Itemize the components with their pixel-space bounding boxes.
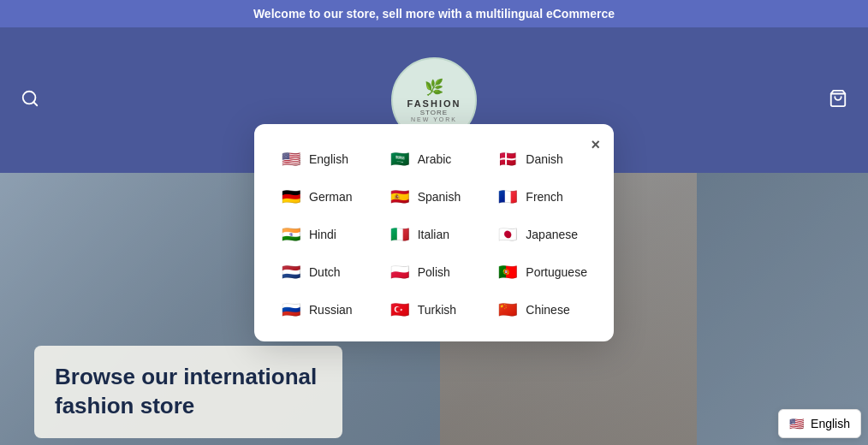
russian-label: Russian [309,303,353,317]
chinese-label: Chinese [526,303,569,317]
french-label: French [526,190,563,204]
arabic-flag-icon: 🇸🇦 [389,148,411,170]
dutch-flag-icon: 🇳🇱 [280,261,302,283]
portuguese-label: Portuguese [526,265,587,279]
danish-label: Danish [526,152,563,166]
english-flag-icon: 🇺🇸 [280,148,302,170]
dutch-label: Dutch [309,265,341,279]
danish-flag-icon: 🇩🇰 [496,148,519,170]
spanish-flag-icon: 🇪🇸 [389,186,411,208]
chinese-flag-icon: 🇨🇳 [496,299,519,321]
language-item-dutch[interactable]: 🇳🇱Dutch [275,258,377,287]
italian-flag-icon: 🇮🇹 [389,223,411,246]
language-item-french[interactable]: 🇫🇷French [491,182,593,211]
language-modal: × 🇺🇸English🇸🇦Arabic🇩🇰Danish🇩🇪German🇪🇸Spa… [254,124,614,341]
language-item-italian[interactable]: 🇮🇹Italian [383,220,485,249]
polish-flag-icon: 🇵🇱 [389,261,411,283]
language-item-german[interactable]: 🇩🇪German [275,182,377,211]
language-item-arabic[interactable]: 🇸🇦Arabic [383,145,485,174]
language-item-chinese[interactable]: 🇨🇳Chinese [491,295,593,324]
language-grid: 🇺🇸English🇸🇦Arabic🇩🇰Danish🇩🇪German🇪🇸Spani… [275,145,593,324]
language-item-japanese[interactable]: 🇯🇵Japanese [491,220,593,249]
language-item-spanish[interactable]: 🇪🇸Spanish [383,182,485,211]
modal-close-button[interactable]: × [591,136,600,154]
modal-overlay: × 🇺🇸English🇸🇦Arabic🇩🇰Danish🇩🇪German🇪🇸Spa… [0,0,868,445]
language-item-english[interactable]: 🇺🇸English [275,145,377,174]
polish-label: Polish [418,265,450,279]
english-label: English [309,152,348,166]
portuguese-flag-icon: 🇵🇹 [496,261,519,283]
language-item-polish[interactable]: 🇵🇱Polish [383,258,485,287]
turkish-label: Turkish [418,303,456,317]
language-item-portuguese[interactable]: 🇵🇹Portuguese [491,258,593,287]
language-item-turkish[interactable]: 🇹🇷Turkish [383,295,485,324]
japanese-label: Japanese [526,228,578,241]
turkish-flag-icon: 🇹🇷 [389,299,411,321]
spanish-label: Spanish [418,190,461,204]
language-item-russian[interactable]: 🇷🇺Russian [275,295,377,324]
hindi-label: Hindi [309,228,336,241]
japanese-flag-icon: 🇯🇵 [496,223,519,246]
language-item-danish[interactable]: 🇩🇰Danish [491,145,593,174]
arabic-label: Arabic [418,152,452,166]
italian-label: Italian [418,228,449,241]
language-item-hindi[interactable]: 🇮🇳Hindi [275,220,377,249]
french-flag-icon: 🇫🇷 [496,186,519,208]
german-label: German [309,190,353,204]
hindi-flag-icon: 🇮🇳 [280,223,302,246]
german-flag-icon: 🇩🇪 [280,186,302,208]
russian-flag-icon: 🇷🇺 [280,299,302,321]
